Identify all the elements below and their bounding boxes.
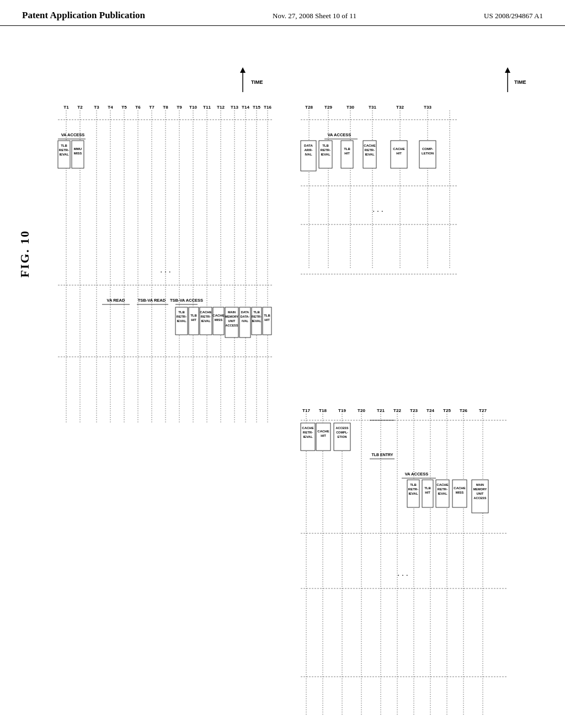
svg-text:T31: T31 <box>369 105 376 110</box>
svg-text:MISS: MISS <box>74 152 82 155</box>
svg-text:ACCESS: ACCESS <box>226 324 238 327</box>
svg-text:T1: T1 <box>63 105 69 110</box>
svg-text:T22: T22 <box>393 408 401 413</box>
svg-text:ETION: ETION <box>338 435 347 438</box>
svg-text:HIT: HIT <box>396 152 402 155</box>
svg-text:TSB-VA ACCESS: TSB-VA ACCESS <box>170 298 203 303</box>
svg-text:T10: T10 <box>189 105 197 110</box>
svg-text:T4: T4 <box>108 105 113 110</box>
svg-text:T21: T21 <box>377 408 385 413</box>
svg-text:LETION: LETION <box>422 152 434 155</box>
svg-text:T5: T5 <box>121 105 127 110</box>
svg-text:CACHE: CACHE <box>393 147 404 151</box>
svg-text:MEMORY: MEMORY <box>225 315 239 318</box>
svg-text:TLB: TLB <box>61 144 67 147</box>
svg-text:DATA: DATA <box>304 144 313 147</box>
svg-text:TIME: TIME <box>251 79 263 85</box>
svg-text:T19: T19 <box>338 408 346 413</box>
svg-text:DATA: DATA <box>241 311 249 314</box>
main-content: FIG. 10 TIME T1 T2 T3 T4 T5 T6 T7 T8 T9 … <box>0 26 565 724</box>
svg-text:CACHE: CACHE <box>212 314 224 317</box>
svg-text:ARR-: ARR- <box>305 148 313 152</box>
svg-text:· · ·: · · · <box>372 206 383 215</box>
svg-text:COMP-: COMP- <box>422 147 433 151</box>
svg-text:TLB ENTRY: TLB ENTRY <box>371 453 393 457</box>
svg-text:T25: T25 <box>443 408 451 413</box>
svg-text:T6: T6 <box>135 105 141 110</box>
svg-text:T8: T8 <box>163 105 168 110</box>
svg-text:MEMORY: MEMORY <box>473 488 487 491</box>
svg-text:UNIT: UNIT <box>228 319 236 323</box>
svg-text:CACHE: CACHE <box>302 426 313 430</box>
svg-text:ACCESS: ACCESS <box>474 496 487 500</box>
svg-text:VA ACCESS: VA ACCESS <box>61 132 85 137</box>
svg-text:TLB: TLB <box>264 314 270 317</box>
svg-text:T13: T13 <box>231 105 238 110</box>
svg-text:T14: T14 <box>242 105 249 110</box>
svg-text:HIT: HIT <box>425 491 430 494</box>
svg-text:T29: T29 <box>324 105 332 110</box>
svg-marker-85 <box>505 67 510 73</box>
svg-text:UNIT: UNIT <box>477 492 484 495</box>
svg-text:T32: T32 <box>396 105 404 110</box>
svg-text:T23: T23 <box>410 408 418 413</box>
svg-text:TLB: TLB <box>178 311 185 314</box>
svg-text:T26: T26 <box>460 408 467 413</box>
svg-text:RETR-: RETR- <box>303 431 313 434</box>
svg-text:CACHE: CACHE <box>200 311 211 314</box>
svg-text:COMPL-: COMPL- <box>336 431 348 434</box>
svg-text:T27: T27 <box>479 408 487 413</box>
svg-text:T15: T15 <box>253 105 260 110</box>
svg-text:HIT: HIT <box>344 152 350 155</box>
svg-text:TLB: TLB <box>322 144 329 147</box>
svg-text:TLB: TLB <box>424 486 431 490</box>
svg-text:MAIN: MAIN <box>476 483 484 486</box>
page-header: Patent Application Publication Nov. 27, … <box>0 0 565 26</box>
svg-text:RETR-: RETR- <box>252 315 262 318</box>
svg-text:IVAL: IVAL <box>242 319 249 323</box>
svg-text:TLB: TLB <box>344 147 350 151</box>
svg-text:HIT: HIT <box>321 434 326 437</box>
svg-text:RETR-: RETR- <box>59 148 69 152</box>
svg-text:TLB: TLB <box>410 483 417 486</box>
svg-text:T18: T18 <box>319 408 327 413</box>
svg-text:MISS: MISS <box>456 491 464 494</box>
svg-text:RETR-: RETR- <box>365 148 375 152</box>
svg-text:CACHE: CACHE <box>454 486 465 490</box>
svg-text:T12: T12 <box>217 105 225 110</box>
svg-text:TSB-VA READ: TSB-VA READ <box>138 298 166 303</box>
svg-text:T17: T17 <box>302 408 310 413</box>
svg-text:IEVAL: IEVAL <box>321 153 331 156</box>
svg-text:CACHE: CACHE <box>317 430 329 433</box>
svg-text:RETR-: RETR- <box>408 488 418 491</box>
svg-marker-1 <box>240 67 246 73</box>
svg-text:MMU: MMU <box>74 147 82 151</box>
svg-text:MISS: MISS <box>215 318 223 322</box>
svg-text:RETR-: RETR- <box>201 315 211 318</box>
svg-text:IEVAL: IEVAL <box>201 319 211 323</box>
svg-text:RETR-: RETR- <box>321 148 331 152</box>
svg-text:RETR-: RETR- <box>438 488 447 491</box>
svg-text:T3: T3 <box>94 105 99 110</box>
svg-text:MAIN: MAIN <box>228 311 236 314</box>
svg-text:TLB: TLB <box>190 314 197 317</box>
svg-text:T28: T28 <box>305 105 313 110</box>
publication-title: Patent Application Publication <box>22 10 145 21</box>
svg-text:HIT: HIT <box>264 318 270 322</box>
svg-text:TIME: TIME <box>514 79 526 85</box>
svg-text:IEVAL: IEVAL <box>438 492 447 495</box>
svg-text:IEVAL: IEVAL <box>177 319 186 323</box>
svg-text:T20: T20 <box>358 408 365 413</box>
svg-text:CACHE: CACHE <box>436 483 448 486</box>
svg-text:VA READ: VA READ <box>107 298 126 303</box>
svg-text:RETR-: RETR- <box>177 315 186 318</box>
publication-number: US 2008/294867 A1 <box>484 12 543 20</box>
svg-text:IVAL: IVAL <box>305 153 312 156</box>
svg-text:HIT: HIT <box>191 318 196 322</box>
svg-text:T24: T24 <box>427 408 434 413</box>
svg-text:DATA-: DATA- <box>241 315 249 318</box>
svg-text:VA ACCESS: VA ACCESS <box>328 132 351 137</box>
left-diagram: TIME T1 T2 T3 T4 T5 T6 T7 T8 T9 T10 T11 … <box>55 65 276 440</box>
svg-text:T16: T16 <box>264 105 271 110</box>
svg-text:VA ACCESS: VA ACCESS <box>405 472 429 477</box>
